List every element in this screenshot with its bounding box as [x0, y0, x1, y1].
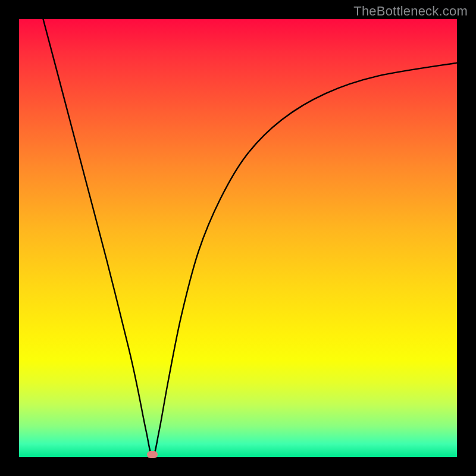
watermark-text: TheBottleneck.com: [353, 4, 468, 19]
chart-frame: TheBottleneck.com: [0, 0, 476, 476]
plot-area: [19, 19, 457, 457]
bottleneck-curve: [19, 19, 457, 457]
curve-path: [43, 19, 457, 457]
optimum-marker: [147, 451, 158, 458]
